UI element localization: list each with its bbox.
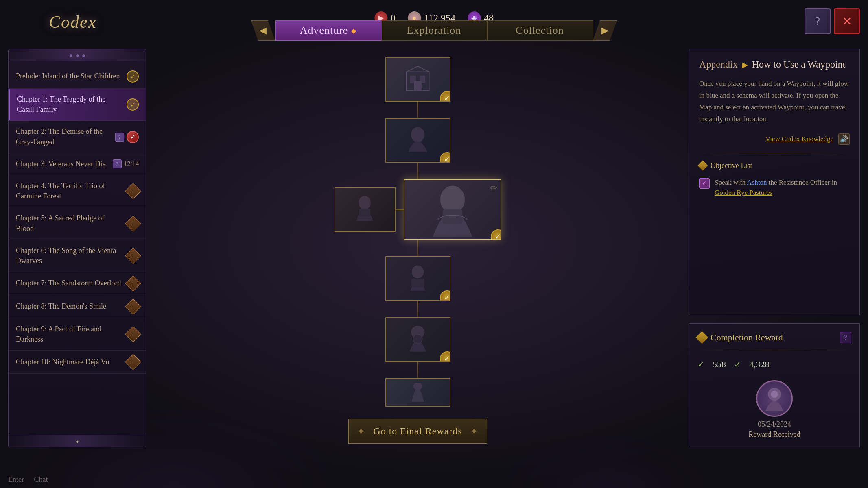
chapter-8-status: ! xyxy=(127,301,139,312)
tab-exploration-label: Exploration xyxy=(407,24,461,37)
chapter-item-4[interactable]: Chapter 4: The Terrific Trio of Carmine … xyxy=(9,175,146,207)
scene-card-4[interactable]: ✓ xyxy=(385,256,450,301)
chapter-0-name: Prelude: Island of the Star Children xyxy=(16,71,122,81)
chapter-7-status: ! xyxy=(127,278,139,289)
chapter-2-status: ? ✓ xyxy=(115,131,139,143)
reward-check-1-icon: ✓ xyxy=(697,359,704,369)
svg-point-7 xyxy=(359,196,371,209)
scene-card-3a[interactable] xyxy=(335,187,396,232)
svg-point-11 xyxy=(412,266,424,279)
svg-rect-3 xyxy=(414,81,422,91)
chapter-1-check: ✓ xyxy=(127,98,139,111)
chapter-2-check: ✓ xyxy=(127,131,139,143)
view-codex-link[interactable]: View Codex Knowledge xyxy=(765,135,833,143)
obj-prefix: Speak with xyxy=(715,179,747,186)
chapter-10-name: Chapter 10: Nightmare Déjà Vu xyxy=(16,357,123,367)
svg-line-4 xyxy=(407,66,418,72)
story-flow-panel: ✓ ✓ xyxy=(155,49,681,447)
tab-exploration[interactable]: Exploration xyxy=(381,20,487,41)
obj-name[interactable]: Ashton xyxy=(747,179,767,186)
chapter-2-question: ? xyxy=(115,133,124,142)
chapter-item-0[interactable]: Prelude: Island of the Star Children ✓ xyxy=(9,65,146,89)
story-node-1[interactable]: ✓ xyxy=(385,57,450,102)
chapter-9-name: Chapter 9: A Pact of Fire and Darkness xyxy=(16,324,123,344)
chapter-item-7[interactable]: Chapter 7: The Sandstorm Overlord ! xyxy=(9,272,146,295)
objective-item-1: ✓ Speak with Ashton the Resistance Offic… xyxy=(699,173,850,202)
nav-arrow-left[interactable]: ◀ xyxy=(251,20,275,41)
story-node-3-container: ✏ ✓ xyxy=(335,179,501,240)
scene-card-1[interactable]: ✓ xyxy=(385,57,450,102)
view-codex-row: View Codex Knowledge 🔊 xyxy=(699,133,850,145)
reward-check-1: ✓ xyxy=(697,359,704,369)
scene-card-3b[interactable]: ✏ ✓ xyxy=(404,179,501,240)
scene-card-2-inner xyxy=(386,119,450,162)
completion-title: Completion Reward xyxy=(711,332,783,343)
reward-avatar xyxy=(756,380,793,417)
reward-date: 05/24/2024 xyxy=(697,420,851,429)
obj-location[interactable]: Golden Rye Pastures xyxy=(715,189,772,196)
chapter-item-5[interactable]: Chapter 5: A Sacred Pledge of Blood ! xyxy=(9,207,146,240)
divider-1 xyxy=(699,153,850,153)
divider-2 xyxy=(697,350,851,350)
chapter-2-name: Chapter 2: The Demise of the Gray-Fanged xyxy=(16,126,111,147)
tab-adventure-diamond: ◆ xyxy=(351,27,356,35)
objective-diamond-icon xyxy=(697,160,708,170)
connector-5-6 xyxy=(417,362,418,378)
objective-text: Speak with Ashton the Resistance Officer… xyxy=(715,177,850,198)
svg-point-6 xyxy=(411,127,424,142)
chapter-item-1[interactable]: Chapter 1: The Tragedy of the Casill Fam… xyxy=(9,89,146,121)
chapter-item-3[interactable]: Chapter 3: Veterans Never Die ? 12/14 xyxy=(9,153,146,175)
breadcrumb-arrow-icon: ▶ xyxy=(742,60,748,70)
chapter-item-2[interactable]: Chapter 2: The Demise of the Gray-Fanged… xyxy=(9,121,146,153)
chat-label[interactable]: Chat xyxy=(34,475,48,484)
svg-rect-10 xyxy=(442,209,462,224)
chapter-8-lock: ! xyxy=(125,298,141,315)
connector-1-2 xyxy=(417,102,418,118)
connector-2-3 xyxy=(417,163,418,179)
reward-value-2: 4,328 xyxy=(749,359,770,370)
completion-title-row: Completion Reward xyxy=(697,332,783,343)
objective-check: ✓ xyxy=(699,178,710,189)
enter-label[interactable]: Enter xyxy=(8,475,24,484)
nav-arrow-right[interactable]: ▶ xyxy=(593,20,617,41)
speaker-icon[interactable]: 🔊 xyxy=(838,133,850,145)
scene-card-2[interactable]: ✓ xyxy=(385,118,450,163)
story-node-5[interactable]: ✓ xyxy=(385,317,450,362)
chapter-6-status: ! xyxy=(127,250,139,261)
panel-top-decoration: ⬥ ⬥ ⬥ xyxy=(9,49,146,61)
chapter-3-name: Chapter 3: Veterans Never Die xyxy=(16,159,109,169)
svg-point-9 xyxy=(440,186,465,214)
tab-adventure-label: Adventure xyxy=(300,24,348,37)
bottom-bar: Enter Chat xyxy=(8,475,56,484)
chapter-5-name: Chapter 5: A Sacred Pledge of Blood xyxy=(16,213,123,233)
scene-card-5[interactable]: ✓ xyxy=(385,317,450,362)
scene-card-6[interactable] xyxy=(385,378,450,407)
chapter-item-8[interactable]: Chapter 8: The Demon's Smile ! xyxy=(9,295,146,318)
story-node-2[interactable]: ✓ xyxy=(385,118,450,163)
chapter-item-6[interactable]: Chapter 6: The Song of the Vienta Dwarve… xyxy=(9,240,146,272)
appendix-breadcrumb-2: How to Use a Waypoint xyxy=(752,59,846,70)
connector-4-5 xyxy=(417,301,418,317)
tab-adventure[interactable]: Adventure ◆ xyxy=(275,20,381,41)
chapter-10-lock: ! xyxy=(125,354,141,370)
chapter-item-9[interactable]: Chapter 9: A Pact of Fire and Darkness ! xyxy=(9,318,146,351)
scene-card-5-inner xyxy=(386,318,450,361)
chapter-item-10[interactable]: Chapter 10: Nightmare Déjà Vu ! xyxy=(9,351,146,374)
tab-collection[interactable]: Collection xyxy=(487,20,593,41)
completion-help-button[interactable]: ? xyxy=(840,332,851,343)
reward-received-label: Reward Received xyxy=(697,430,851,439)
appendix-breadcrumb-1: Appendix xyxy=(699,59,738,70)
appendix-body-text: Once you place your hand on a Waypoint, … xyxy=(699,78,850,125)
nav-tabs: ◀ Adventure ◆ Exploration Collection ▶ xyxy=(0,20,868,41)
story-node-6[interactable] xyxy=(385,378,450,407)
chapter-0-check: ✓ xyxy=(127,70,139,83)
tab-collection-label: Collection xyxy=(516,24,564,37)
scene-card-6-inner xyxy=(386,379,450,406)
final-rewards-button[interactable]: Go to Final Rewards xyxy=(348,419,487,444)
chapter-9-status: ! xyxy=(127,329,139,340)
chapter-7-lock: ! xyxy=(125,275,141,292)
chapter-4-lock: ! xyxy=(125,183,141,199)
connector-3-4 xyxy=(417,240,418,256)
chapter-6-name: Chapter 6: The Song of the Vienta Dwarve… xyxy=(16,246,123,266)
story-node-4[interactable]: ✓ xyxy=(385,256,450,301)
